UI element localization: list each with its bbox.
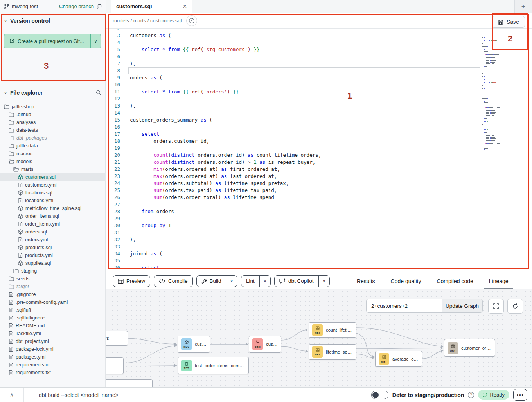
code-line[interactable]: count(distinct orders.order_id) > 1 as i… (130, 159, 315, 166)
refresh-button[interactable] (507, 299, 523, 314)
minimap[interactable] (482, 26, 517, 210)
save-button[interactable]: Save (492, 16, 525, 28)
chevron-down-icon[interactable]: ∨ (318, 276, 329, 287)
tree-item-staging[interactable]: staging (0, 267, 106, 275)
code-line[interactable]: orders as ( (130, 74, 162, 81)
tree-item-requirements-in[interactable]: requirements.in (0, 361, 106, 369)
create-pr-dropdown[interactable]: ∨ (90, 34, 101, 48)
defer-toggle[interactable] (371, 391, 388, 399)
tree-item--sqlfluffignore[interactable]: .sqlfluffignore (0, 314, 106, 322)
tree-item-supplies-sql[interactable]: supplies.sql (0, 259, 106, 267)
file-explorer-header[interactable]: ∨ File explorer (0, 86, 106, 99)
preview-button[interactable]: Preview (113, 275, 150, 287)
code-line[interactable]: customer_orders_summary as ( (130, 117, 212, 124)
code-line[interactable]: ), (130, 60, 136, 67)
tab-code-quality[interactable]: Code quality (383, 273, 429, 289)
tree-item-jaffle-data[interactable]: jaffle-data (0, 142, 106, 150)
tree-item-order-items-yml[interactable]: order_items.yml (0, 220, 106, 228)
tree-item-order-items-sql[interactable]: order_items.sql (0, 212, 106, 220)
create-pr-button[interactable]: Create a pull request on Git... ∨ (4, 34, 101, 48)
chevron-down-icon[interactable]: ∨ (259, 276, 270, 287)
code-line[interactable]: count(distinct orders.order_id) as count… (130, 152, 321, 159)
tree-item-metricflow-time-spine-sql[interactable]: metricflow_time_spine.sql (0, 205, 106, 212)
tree-item--github[interactable]: .github (0, 111, 106, 118)
change-branch-link[interactable]: Change branch (59, 4, 94, 9)
chevron-down-icon[interactable]: ∨ (226, 276, 237, 287)
tree-item-package-lock-yml[interactable]: package-lock.yml (0, 345, 106, 353)
fullscreen-button[interactable] (488, 299, 504, 314)
close-icon[interactable]: ✕ (183, 4, 187, 9)
lineage-node-customers[interactable]: SEMcustomers (249, 336, 281, 353)
update-graph-button[interactable]: Update Graph (442, 299, 482, 312)
tree-item-target[interactable]: target (0, 283, 106, 291)
command-placeholder[interactable]: dbt build --select <model_name> (39, 392, 119, 398)
compile-button[interactable]: Compile (154, 275, 193, 287)
tree-item-dbt-project-yml[interactable]: dbt_project.yml (0, 337, 106, 345)
tree-item--gitignore[interactable]: .gitignore (0, 291, 106, 298)
lineage-node-customers[interactable]: MDLcustomers (178, 336, 210, 353)
button-main[interactable]: Compile (154, 276, 192, 287)
tree-item-customers-yml[interactable]: customers.yml (0, 181, 106, 189)
button-main[interactable]: Preview (113, 276, 150, 287)
build-button[interactable]: Build∨ (196, 275, 237, 287)
add-tab-button[interactable]: + (521, 3, 526, 10)
lineage-node-orders[interactable]: orders (106, 357, 124, 374)
lineage-node-customer-order-metrics[interactable]: QRYcustomer_order_metrics (444, 339, 495, 357)
tree-item--pre-commit-config-yaml[interactable]: .pre-commit-config.yaml (0, 298, 106, 306)
tree-item-requirements-txt[interactable]: requirements.txt (0, 369, 106, 377)
code-line[interactable]: max(orders.ordered_at) as last_ordered_a… (130, 173, 277, 180)
code-line[interactable]: joined as ( (130, 250, 162, 257)
tree-item-products-sql[interactable]: products.sql (0, 244, 106, 251)
code-line[interactable]: min(orders.ordered_at) as first_ordered_… (130, 166, 280, 173)
tree-item-seeds[interactable]: seeds (0, 275, 106, 283)
code-line[interactable]: orders.customer_id, (130, 138, 209, 145)
tree-item-marts[interactable]: marts (0, 165, 106, 173)
tree-item-dbt-packages[interactable]: dbt_packages (0, 134, 106, 142)
dbt-copilot-button[interactable]: dbt Copilot∨ (274, 275, 330, 287)
code-line[interactable]: sum(orders.tax_paid) as lifetime_tax_pai… (130, 187, 277, 194)
lineage-node-stg-customers[interactable]: stg_customers (106, 331, 128, 346)
tree-item-orders-yml[interactable]: orders.yml (0, 236, 106, 244)
tree-item-locations-sql[interactable]: locations.sql (0, 189, 106, 197)
tree-item-packages-yml[interactable]: packages.yml (0, 353, 106, 361)
tab-customers-sql[interactable]: customers.sql ✕ (111, 0, 192, 13)
code-line[interactable]: select * from {{ ref('orders') }} (130, 88, 239, 95)
tree-item-analyses[interactable]: analyses (0, 118, 106, 126)
tree-item--sqlfluff[interactable]: .sqlfluff (0, 306, 106, 314)
lineage-node-count-lifetime-orders[interactable]: METcount_lifetime_orders (309, 322, 356, 338)
button-main[interactable]: Lint (241, 276, 259, 287)
search-icon[interactable] (95, 90, 102, 96)
code-line[interactable]: from orders (130, 208, 174, 215)
button-main[interactable]: Build (197, 276, 226, 287)
tree-item-customers-sql[interactable]: customers.sql (0, 173, 106, 181)
lineage-node-average-order-value[interactable]: METaverage_order_value (375, 351, 422, 367)
code-line[interactable]: select (130, 264, 159, 271)
tab-compiled-code[interactable]: Compiled code (429, 273, 481, 289)
code-editor[interactable]: 23customers as (45 select * from {{ ref(… (106, 13, 532, 273)
code-line[interactable]: select * from {{ ref('stg_customers') }} (130, 46, 259, 53)
lint-button[interactable]: Lint∨ (241, 275, 271, 287)
lineage-node-lifetime-spend-pretax[interactable]: METlifetime_spend_pretax (309, 344, 356, 360)
help-icon[interactable]: ? (468, 392, 474, 398)
tree-item-locations-yml[interactable]: locations.yml (0, 197, 106, 205)
code-line[interactable]: ), (130, 236, 136, 243)
code-line[interactable]: customers as ( (130, 32, 171, 39)
create-pr-main[interactable]: Create a pull request on Git... (4, 34, 90, 48)
code-line[interactable]: sum(orders.subtotal) as lifetime_spend_p… (130, 180, 289, 187)
code-line[interactable]: ), (130, 102, 136, 109)
lineage-panel[interactable]: stg_customersordersMDLcustomersTSTtest_o… (106, 289, 532, 387)
code-line[interactable]: group by 1 (130, 222, 171, 229)
lineage-node-test-order-items-compute-to-bools-[interactable]: TSTtest_order_items_compute_to_bools... (178, 357, 249, 374)
code-line[interactable]: sum(orders.order_total) as lifetime_spen… (130, 194, 274, 201)
collapse-panel-button[interactable]: ∧ (0, 392, 23, 398)
version-control-header[interactable]: ∨ Version control (0, 13, 105, 27)
tab-lineage[interactable]: Lineage (481, 273, 516, 289)
tree-item-taskfile-yml[interactable]: Taskfile.yml (0, 330, 106, 337)
button-main[interactable]: dbt Copilot (275, 276, 318, 287)
lineage-node-partial[interactable] (106, 379, 153, 387)
tree-item-products-yml[interactable]: products.yml (0, 251, 106, 259)
tree-item-models[interactable]: models (0, 158, 106, 165)
overflow-menu-button[interactable]: ••• (513, 389, 527, 401)
lineage-selector-input[interactable] (367, 299, 442, 312)
tree-item-jaffle-shop[interactable]: jaffle-shop (0, 103, 106, 111)
